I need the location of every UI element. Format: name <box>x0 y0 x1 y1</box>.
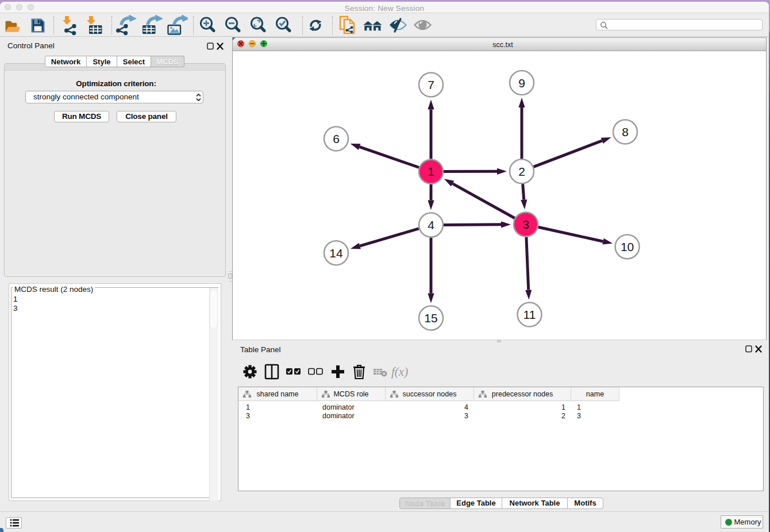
svg-text:2: 2 <box>518 165 525 178</box>
svg-text:6: 6 <box>333 132 340 145</box>
svg-text:11: 11 <box>523 308 536 321</box>
svg-text:f(x): f(x) <box>391 365 408 379</box>
svg-text:10: 10 <box>621 240 634 253</box>
svg-text:8: 8 <box>622 125 629 138</box>
svg-text:4: 4 <box>428 218 434 232</box>
svg-text:9: 9 <box>518 76 525 90</box>
svg-text:15: 15 <box>424 311 437 325</box>
svg-text:1: 1 <box>428 165 434 178</box>
svg-text:7: 7 <box>428 78 434 91</box>
svg-text:14: 14 <box>329 246 343 260</box>
svg-text:3: 3 <box>522 218 529 231</box>
